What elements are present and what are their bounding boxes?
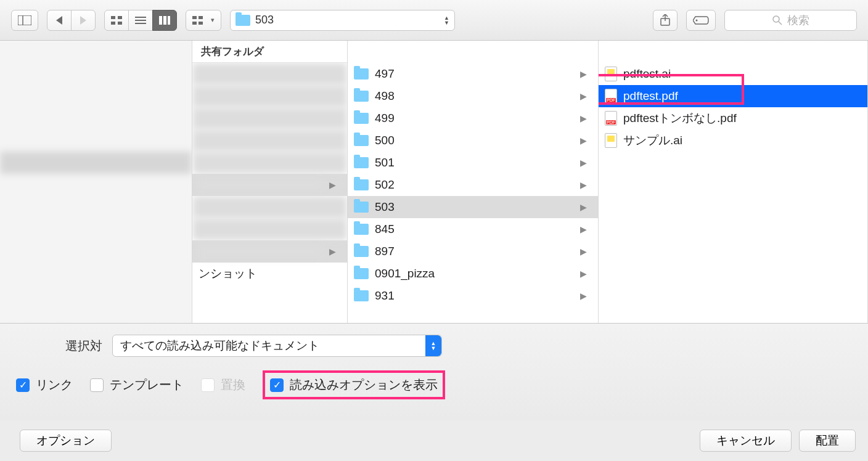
sidebar-toggle-button[interactable] (11, 10, 38, 31)
list-item[interactable]: ンショット (192, 263, 347, 285)
options-button[interactable]: オプション (20, 430, 112, 452)
chevron-right-icon: ▶ (580, 158, 587, 168)
folder-row[interactable]: 499▶ (348, 107, 598, 129)
folder-icon (354, 224, 369, 235)
place-button[interactable]: 配置 (799, 430, 856, 452)
chevron-right-icon: ▶ (580, 113, 587, 123)
folder-name: 497 (375, 67, 395, 81)
svg-point-18 (696, 19, 698, 21)
forward-button[interactable] (71, 10, 96, 31)
folder-name: 498 (375, 89, 395, 103)
sidebar-item[interactable]: xxxxxxx (0, 263, 192, 285)
sidebar-item[interactable]: xxxxxxxxx (0, 240, 192, 263)
sidebar-item[interactable]: xxxxxxxx (0, 107, 192, 129)
group-by-button[interactable]: ▾ (186, 10, 221, 31)
back-button[interactable] (47, 10, 72, 31)
checkbox-icon: ✓ (270, 378, 284, 392)
folder-row[interactable]: 500▶ (348, 129, 598, 152)
folder-icon (354, 135, 369, 146)
folder-name: 499 (375, 112, 395, 125)
chevron-right-icon: ▶ (580, 224, 587, 234)
view-columns-button[interactable] (152, 10, 177, 31)
checkbox-icon (201, 378, 215, 392)
callout-highlight: ✓ 読み込みオプションを表示 (263, 370, 445, 399)
chevron-right-icon: ▶ (580, 136, 587, 145)
folder-row[interactable]: 501▶ (348, 152, 598, 174)
file-name: サンプル.ai (623, 133, 682, 149)
folder-row[interactable]: 897▶ (348, 240, 598, 263)
sidebar-item[interactable]: xxxxxxxx (0, 196, 192, 218)
column-browser: xxxxxxxx xxxxxxxxxxxx xxxxxxx xxxxxxxx x… (0, 41, 868, 324)
sidebar-column: xxxxxxxx xxxxxxxxxxxx xxxxxxx xxxxxxxx x… (0, 41, 192, 323)
nav-group (47, 10, 96, 31)
sidebar-item[interactable]: xxxxxxx (0, 174, 192, 196)
chevron-right-icon: ▶ (580, 269, 587, 279)
sidebar-item[interactable]: xxxxxx (0, 218, 192, 240)
folder-row[interactable]: 845▶ (348, 218, 598, 240)
svg-rect-10 (163, 16, 166, 25)
folder-icon (354, 91, 369, 102)
format-select[interactable]: すべての読み込み可能なドキュメント ▲▼ (112, 335, 442, 357)
folder-row[interactable]: 0901_pizza▶ (348, 263, 598, 285)
cancel-button[interactable]: キャンセル (700, 430, 792, 452)
sidebar-item[interactable]: xxxxxxxxxxxx (0, 285, 192, 307)
folder-name: 0901_pizza (375, 267, 435, 280)
folder-name: 931 (375, 289, 395, 303)
replace-checkbox: 置換 (201, 377, 245, 393)
updown-icon: ▲▼ (425, 335, 441, 356)
list-item[interactable]: xx (192, 218, 347, 240)
svg-rect-14 (192, 22, 197, 25)
folder-name: 500 (375, 134, 395, 147)
path-control[interactable]: 503 ▲▼ (230, 10, 455, 31)
template-checkbox[interactable]: テンプレート (90, 377, 184, 393)
show-import-options-checkbox[interactable]: ✓ 読み込みオプションを表示 (270, 377, 438, 393)
folder-row[interactable]: 497▶ (348, 63, 598, 85)
sidebar-item[interactable]: xxxxxxxxxxxx (0, 152, 192, 174)
svg-rect-12 (192, 16, 197, 19)
svg-line-20 (779, 22, 782, 25)
updown-icon: ▲▼ (444, 15, 449, 25)
chevron-right-icon: ▶ (580, 291, 587, 301)
svg-rect-11 (168, 16, 170, 25)
path-label: 503 (255, 14, 274, 27)
file-name: pdftest.pdf (623, 89, 678, 103)
filter-label: 選択対 (16, 338, 102, 354)
sidebar-item[interactable]: xxxxxxx (0, 85, 192, 107)
list-item[interactable]: xxxxx▶ (192, 240, 347, 263)
folder-name: 501 (375, 156, 395, 169)
file-row[interactable]: pdftest.pdf (599, 85, 867, 107)
list-item[interactable]: xxxxx (192, 85, 347, 107)
sidebar-item[interactable]: xxxxxxxx (0, 41, 192, 63)
folder-icon (354, 68, 369, 80)
sidebar-item[interactable]: xxxxxxxxxxxx (0, 63, 192, 85)
folder-row[interactable]: 503▶ (348, 196, 598, 218)
file-row[interactable]: pdftestトンボなし.pdf (599, 107, 867, 129)
folder-row[interactable]: 931▶ (348, 285, 598, 307)
list-item[interactable]: xx (192, 63, 347, 85)
folder-column-2: 共有フォルダ xx xxxxx xxxx xxxxxxxx x xxxx▶ xx… (192, 41, 348, 323)
chevron-right-icon: ▶ (580, 69, 587, 79)
file-row[interactable]: pdftest.ai (599, 63, 867, 85)
file-row[interactable]: サンプル.ai (599, 129, 867, 152)
folder-icon (354, 179, 369, 190)
checkbox-icon (90, 378, 104, 392)
folder-row[interactable]: 502▶ (348, 174, 598, 196)
view-icons-button[interactable] (104, 10, 129, 31)
column-header: 共有フォルダ (192, 41, 347, 63)
link-checkbox[interactable]: ✓ リンク (16, 377, 73, 393)
list-item[interactable]: xxxx (192, 107, 347, 129)
sidebar-item[interactable]: xxxxxxx (0, 129, 192, 152)
svg-rect-13 (199, 16, 203, 19)
folder-row[interactable]: 498▶ (348, 85, 598, 107)
list-item[interactable]: xxxxxxxx (192, 129, 347, 152)
share-button[interactable] (653, 10, 678, 31)
view-list-button[interactable] (128, 10, 153, 31)
list-item[interactable]: xxxxx (192, 196, 347, 218)
tags-button[interactable] (686, 10, 716, 31)
list-item[interactable]: xxxx▶ (192, 174, 347, 196)
folder-name: 502 (375, 178, 395, 192)
search-input[interactable]: 検索 (724, 10, 857, 31)
folder-column-3: . 497▶498▶499▶500▶501▶502▶503▶845▶897▶09… (348, 41, 599, 323)
folder-icon (235, 15, 250, 26)
list-item[interactable]: x (192, 152, 347, 174)
